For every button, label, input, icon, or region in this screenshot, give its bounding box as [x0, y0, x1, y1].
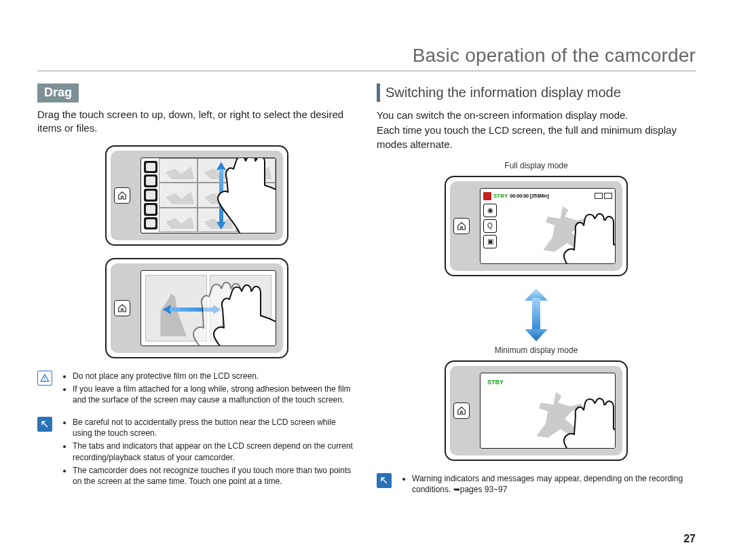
warning-item: Do not place any protective film on the …: [73, 371, 356, 381]
thumbnail-toolbar: [144, 161, 157, 230]
drag-description: Drag the touch screen to up, down, left,…: [37, 108, 356, 136]
section-heading: Switching the information display mode: [377, 83, 696, 102]
horizontal-rule: [37, 71, 696, 71]
osd-side-icons: ◉ Q ▣: [483, 204, 495, 248]
horizontal-arrow-icon: [163, 305, 221, 314]
info-note: Be careful not to accidentally press the…: [37, 417, 356, 489]
info-item: The tabs and indicators that appear on t…: [73, 441, 356, 462]
play-icon: ▣: [483, 235, 497, 248]
info-item: Warning indicators and messages may appe…: [412, 473, 696, 495]
subject-silhouette: [538, 206, 595, 254]
section-body: Each time you touch the LCD screen, the …: [377, 124, 696, 151]
stby-label: STBY: [493, 193, 508, 199]
zoom-icon: Q: [483, 219, 497, 233]
page-title: Basic operation of the camcorder: [37, 45, 696, 67]
caption-full-display: Full display mode: [377, 161, 696, 170]
caption-min-display: Minimum display mode: [377, 346, 696, 355]
warning-note: Do not place any protective film on the …: [37, 371, 356, 408]
home-icon: [114, 300, 130, 316]
figure-min-display: STBY: [445, 360, 628, 461]
note-icon: [37, 417, 52, 432]
info-note: Warning indicators and messages may appe…: [377, 473, 696, 497]
right-column: Switching the information display mode Y…: [377, 83, 696, 497]
caution-icon: [37, 371, 52, 386]
info-item: The camcorder does not recognize touches…: [73, 465, 356, 487]
home-icon: [453, 218, 470, 234]
figure-drag-vertical: [105, 145, 288, 246]
drag-heading: Drag: [37, 83, 79, 102]
svg-point-1: [44, 379, 45, 380]
home-icon: [453, 403, 470, 419]
osd-topbar: STBY 00:00:00 [253Min]: [483, 191, 612, 201]
page-number: 27: [683, 533, 696, 545]
battery-icon: [595, 193, 612, 199]
left-column: Drag Drag the touch screen to up, down, …: [37, 83, 356, 497]
home-icon: [114, 187, 130, 204]
warning-item: If you leave a film attached for a long …: [73, 384, 356, 405]
mode-icon: ◉: [483, 204, 497, 217]
figure-drag-horizontal: [105, 258, 288, 358]
toggle-arrow-icon: [525, 288, 548, 341]
vertical-arrow-icon: [217, 162, 226, 230]
osd-time: 00:00:00 [253Min]: [510, 193, 548, 199]
note-icon: [377, 473, 392, 488]
figure-full-display: STBY 00:00:00 [253Min] ◉ Q ▣: [445, 176, 628, 276]
stby-label: STBY: [487, 379, 504, 386]
info-item: Be careful not to accidentally press the…: [73, 417, 356, 438]
record-icon: [483, 192, 491, 200]
subject-silhouette: [531, 392, 588, 440]
section-body: You can switch the on-screen information…: [377, 109, 696, 122]
